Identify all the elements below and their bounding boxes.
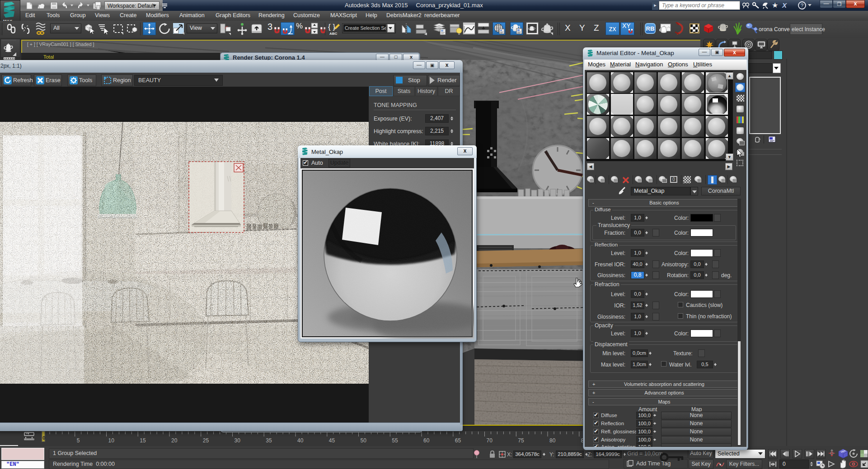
svg-text:70: 70 xyxy=(487,437,493,444)
svg-text:?: ? xyxy=(801,3,803,8)
svg-text:25: 25 xyxy=(203,437,209,444)
svg-text:5: 5 xyxy=(77,437,80,444)
svg-text:75: 75 xyxy=(518,437,524,444)
svg-text:55: 55 xyxy=(392,437,398,444)
svg-text:45: 45 xyxy=(329,437,335,444)
svg-text:30: 30 xyxy=(235,437,241,444)
svg-text:20: 20 xyxy=(171,437,178,444)
svg-text:65: 65 xyxy=(455,437,461,444)
svg-text:60: 60 xyxy=(423,437,430,444)
svg-text:80: 80 xyxy=(549,437,556,444)
svg-text:10: 10 xyxy=(108,437,115,444)
svg-text:15: 15 xyxy=(140,437,146,444)
svg-text:ABC: ABC xyxy=(329,32,338,36)
svg-text:40: 40 xyxy=(297,437,304,444)
svg-text:50: 50 xyxy=(361,437,367,444)
svg-text:35: 35 xyxy=(266,437,272,444)
svg-text:{ }: { } xyxy=(328,23,335,31)
